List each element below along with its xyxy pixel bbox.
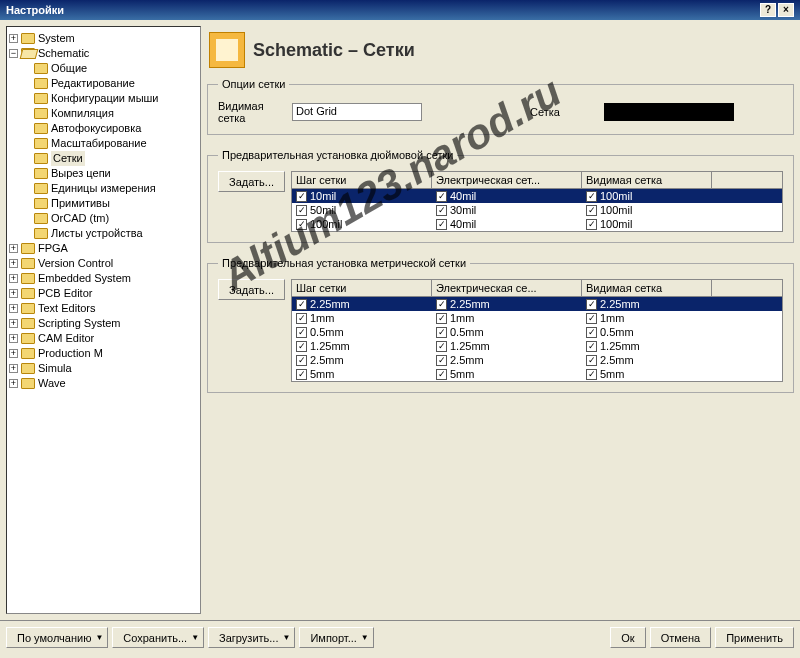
tree-item-автофокусировка[interactable]: Автофокусировка	[23, 121, 198, 136]
table-row[interactable]: ✓1.25mm✓1.25mm✓1.25mm	[292, 339, 782, 353]
expand-icon[interactable]: +	[9, 319, 18, 328]
expand-icon[interactable]: +	[9, 289, 18, 298]
table-cell: ✓2.25mm	[432, 297, 582, 311]
help-button[interactable]: ?	[760, 3, 776, 17]
set-imperial-button[interactable]: Задать...	[218, 171, 285, 192]
checkbox[interactable]: ✓	[586, 369, 597, 380]
checkbox[interactable]: ✓	[436, 299, 447, 310]
save-button[interactable]: Сохранить...▼	[112, 627, 204, 648]
checkbox[interactable]: ✓	[586, 327, 597, 338]
tree-item-единицы-измерения[interactable]: Единицы измерения	[23, 181, 198, 196]
import-button[interactable]: Импорт...▼	[299, 627, 373, 648]
tree-item-редактирование[interactable]: Редактирование	[23, 76, 198, 91]
checkbox[interactable]: ✓	[296, 369, 307, 380]
metric-grid[interactable]: Шаг сетки Электрическая се... Видимая се…	[291, 279, 783, 382]
tree-item-pcb-editor[interactable]: +PCB Editor	[9, 286, 198, 301]
checkbox[interactable]: ✓	[586, 191, 597, 202]
checkbox[interactable]: ✓	[296, 355, 307, 366]
expand-icon[interactable]: +	[9, 274, 18, 283]
tree-item-общие[interactable]: Общие	[23, 61, 198, 76]
tree-item-schematic[interactable]: − Schematic	[9, 46, 198, 61]
close-button[interactable]: ×	[778, 3, 794, 17]
checkbox[interactable]: ✓	[436, 191, 447, 202]
tree-item-компиляция[interactable]: Компиляция	[23, 106, 198, 121]
tree-item-version-control[interactable]: +Version Control	[9, 256, 198, 271]
expand-icon[interactable]: +	[9, 34, 18, 43]
checkbox[interactable]: ✓	[296, 341, 307, 352]
tree-item-конфигурации-мыши[interactable]: Конфигурации мыши	[23, 91, 198, 106]
tree-item-production-m[interactable]: +Production M	[9, 346, 198, 361]
tree-item-simula[interactable]: +Simula	[9, 361, 198, 376]
checkbox[interactable]: ✓	[586, 219, 597, 230]
defaults-button[interactable]: По умолчанию▼	[6, 627, 108, 648]
visible-grid-dropdown[interactable]: Dot Grid	[292, 103, 422, 121]
folder-icon	[34, 213, 48, 224]
checkbox[interactable]: ✓	[436, 327, 447, 338]
col-vis[interactable]: Видимая сетка	[582, 172, 712, 188]
table-row[interactable]: ✓5mm✓5mm✓5mm	[292, 367, 782, 381]
folder-icon	[34, 168, 48, 179]
checkbox[interactable]: ✓	[296, 299, 307, 310]
checkbox[interactable]: ✓	[296, 313, 307, 324]
checkbox[interactable]: ✓	[436, 355, 447, 366]
load-button[interactable]: Загрузить...▼	[208, 627, 295, 648]
checkbox[interactable]: ✓	[296, 219, 307, 230]
tree-item-листы-устройства[interactable]: Листы устройства	[23, 226, 198, 241]
expand-icon[interactable]: +	[9, 334, 18, 343]
table-row[interactable]: ✓10mil✓40mil✓100mil	[292, 189, 782, 203]
checkbox[interactable]: ✓	[296, 327, 307, 338]
checkbox[interactable]: ✓	[436, 313, 447, 324]
tree-item-embedded-system[interactable]: +Embedded System	[9, 271, 198, 286]
page-title: Schematic – Сетки	[253, 40, 415, 61]
tree-item-cam-editor[interactable]: +CAM Editor	[9, 331, 198, 346]
col-step[interactable]: Шаг сетки	[292, 172, 432, 188]
table-row[interactable]: ✓2.25mm✓2.25mm✓2.25mm	[292, 297, 782, 311]
col-elec[interactable]: Электрическая се...	[432, 280, 582, 296]
table-cell: ✓100mil	[582, 203, 712, 217]
table-row[interactable]: ✓50mil✓30mil✓100mil	[292, 203, 782, 217]
table-row[interactable]: ✓100mil✓40mil✓100mil	[292, 217, 782, 231]
tree-item-вырез-цепи[interactable]: Вырез цепи	[23, 166, 198, 181]
tree-panel[interactable]: + System − Schematic ОбщиеРедактирование…	[6, 26, 201, 614]
col-step[interactable]: Шаг сетки	[292, 280, 432, 296]
tree-item-примитивы[interactable]: Примитивы	[23, 196, 198, 211]
checkbox[interactable]: ✓	[586, 355, 597, 366]
col-elec[interactable]: Электрическая сет...	[432, 172, 582, 188]
tree-item-сетки[interactable]: Сетки	[23, 151, 198, 166]
tree-item-text-editors[interactable]: +Text Editors	[9, 301, 198, 316]
apply-button[interactable]: Применить	[715, 627, 794, 648]
checkbox[interactable]: ✓	[296, 205, 307, 216]
checkbox[interactable]: ✓	[436, 205, 447, 216]
table-cell: ✓2.5mm	[582, 353, 712, 367]
checkbox[interactable]: ✓	[296, 191, 307, 202]
checkbox[interactable]: ✓	[586, 299, 597, 310]
table-row[interactable]: ✓2.5mm✓2.5mm✓2.5mm	[292, 353, 782, 367]
tree-item-масштабирование[interactable]: Масштабирование	[23, 136, 198, 151]
tree-item-system[interactable]: + System	[9, 31, 198, 46]
checkbox[interactable]: ✓	[586, 205, 597, 216]
tree-item-wave[interactable]: +Wave	[9, 376, 198, 391]
table-row[interactable]: ✓0.5mm✓0.5mm✓0.5mm	[292, 325, 782, 339]
table-row[interactable]: ✓1mm✓1mm✓1mm	[292, 311, 782, 325]
tree-item-orcad-(tm)[interactable]: OrCAD (tm)	[23, 211, 198, 226]
checkbox[interactable]: ✓	[436, 219, 447, 230]
checkbox[interactable]: ✓	[586, 313, 597, 324]
expand-icon[interactable]: +	[9, 259, 18, 268]
checkbox[interactable]: ✓	[436, 341, 447, 352]
cancel-button[interactable]: Отмена	[650, 627, 711, 648]
expand-icon[interactable]: +	[9, 379, 18, 388]
checkbox[interactable]: ✓	[586, 341, 597, 352]
expand-icon[interactable]: +	[9, 304, 18, 313]
checkbox[interactable]: ✓	[436, 369, 447, 380]
set-metric-button[interactable]: Задать...	[218, 279, 285, 300]
tree-item-scripting-system[interactable]: +Scripting System	[9, 316, 198, 331]
expand-icon[interactable]: +	[9, 244, 18, 253]
expand-icon[interactable]: +	[9, 364, 18, 373]
collapse-icon[interactable]: −	[9, 49, 18, 58]
grid-color-swatch[interactable]	[604, 103, 734, 121]
ok-button[interactable]: Ок	[610, 627, 645, 648]
imperial-grid[interactable]: Шаг сетки Электрическая сет... Видимая с…	[291, 171, 783, 232]
tree-item-fpga[interactable]: +FPGA	[9, 241, 198, 256]
expand-icon[interactable]: +	[9, 349, 18, 358]
col-vis[interactable]: Видимая сетка	[582, 280, 712, 296]
